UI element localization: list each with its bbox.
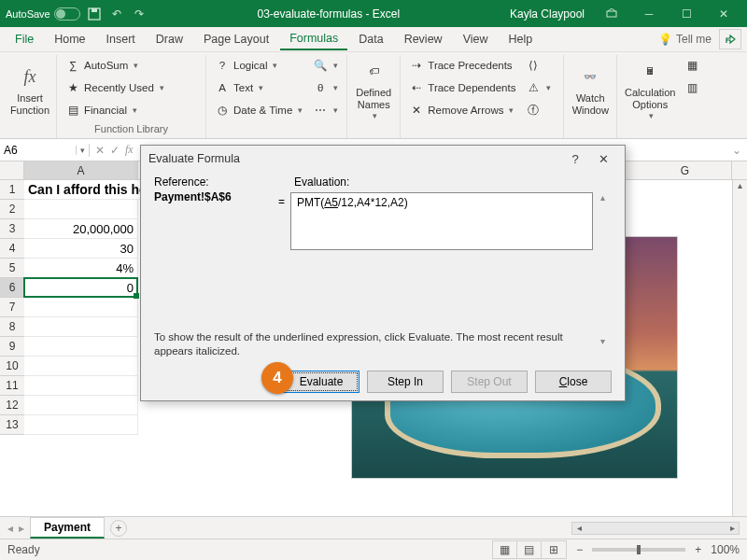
cell-a11[interactable] [24, 376, 138, 396]
tab-view[interactable]: View [454, 29, 498, 49]
row-header-7[interactable]: 7 [0, 298, 24, 317]
remove-arrows-button[interactable]: ✕Remove Arrows▾ [405, 100, 519, 120]
close-icon[interactable]: ✕ [706, 3, 741, 25]
tell-me-search[interactable]: 💡 Tell me [658, 33, 712, 46]
cell-a4[interactable]: 30 [24, 239, 138, 259]
tab-formulas[interactable]: Formulas [280, 28, 347, 50]
sheet-nav-next-icon[interactable]: ▸ [19, 522, 24, 535]
name-box[interactable]: A6 ▾ [0, 144, 90, 157]
row-header-11[interactable]: 11 [0, 376, 24, 396]
chevron-down-icon[interactable]: ▾ [333, 105, 338, 115]
chevron-down-icon[interactable]: ▾ [298, 105, 303, 115]
calc-options-button[interactable]: 🖩 Calculation Options ▾ [622, 55, 678, 123]
chevron-down-icon[interactable]: ▾ [259, 83, 263, 92]
logical-button[interactable]: ?Logical▾ [211, 55, 306, 76]
chevron-down-icon[interactable]: ▾ [134, 61, 138, 70]
cell-a8[interactable] [24, 317, 138, 337]
select-all-corner[interactable] [0, 161, 24, 179]
expand-formula-bar-icon[interactable]: ⌄ [726, 144, 747, 157]
user-name[interactable]: Kayla Claypool [510, 7, 585, 21]
chevron-down-icon[interactable]: ▾ [649, 112, 654, 121]
tab-data[interactable]: Data [349, 29, 392, 49]
vertical-scrollbar[interactable]: ▴ [732, 180, 747, 516]
insert-function-button[interactable]: fx Insert Function [8, 55, 51, 123]
cell-a7[interactable] [24, 298, 138, 317]
page-layout-view-icon[interactable]: ▤ [517, 541, 542, 558]
sheet-tab-payment[interactable]: Payment [30, 517, 105, 539]
cell-a5[interactable]: 4% [24, 259, 138, 278]
chevron-down-icon[interactable]: ▾ [133, 105, 137, 115]
autosum-button[interactable]: ∑AutoSum▾ [62, 55, 168, 76]
row-header-6[interactable]: 6 [0, 278, 24, 298]
scroll-up-icon[interactable]: ▴ [595, 192, 610, 207]
dialog-close-icon[interactable]: ✕ [589, 152, 617, 166]
calc-now-button[interactable]: ▦ [681, 55, 703, 76]
zoom-slider[interactable] [592, 548, 685, 552]
row-header-5[interactable]: 5 [0, 259, 24, 278]
row-header-12[interactable]: 12 [0, 396, 24, 415]
chevron-down-icon[interactable]: ▾ [333, 61, 338, 70]
maximize-icon[interactable]: ☐ [669, 3, 704, 25]
close-button[interactable]: Close [535, 371, 612, 393]
tab-file[interactable]: File [6, 29, 43, 49]
page-break-view-icon[interactable]: ⊞ [542, 541, 566, 558]
trace-dependents-button[interactable]: ⇠Trace Dependents [405, 77, 519, 98]
normal-view-icon[interactable]: ▦ [493, 541, 517, 558]
error-check-button[interactable]: ⚠▾ [522, 77, 555, 98]
row-header-9[interactable]: 9 [0, 337, 24, 357]
chevron-down-icon[interactable]: ▾ [76, 146, 85, 155]
dialog-scrollbar[interactable]: ▴▾ [595, 192, 610, 351]
financial-button[interactable]: ▤Financial▾ [62, 100, 168, 120]
scroll-right-icon[interactable]: ▸ [726, 523, 739, 534]
step-in-button[interactable]: Step In [367, 371, 444, 393]
chevron-down-icon[interactable]: ▾ [509, 105, 514, 115]
redo-icon[interactable]: ↷ [131, 6, 148, 22]
row-header-4[interactable]: 4 [0, 239, 24, 259]
cell-a3[interactable]: 20,000,000 [24, 219, 138, 239]
tab-draw[interactable]: Draw [147, 29, 192, 49]
zoom-out-icon[interactable]: − [576, 543, 583, 556]
defined-names-button[interactable]: 🏷 Defined Names ▾ [352, 55, 395, 123]
chevron-down-icon[interactable]: ▾ [546, 83, 551, 92]
chevron-down-icon[interactable]: ▾ [273, 61, 277, 70]
show-formulas-button[interactable]: ⟨⟩ [522, 55, 555, 76]
chevron-down-icon[interactable]: ▾ [160, 83, 164, 92]
cell-a6[interactable]: 0 [24, 278, 138, 298]
autosave-toggle[interactable]: AutoSave [6, 7, 80, 21]
tab-review[interactable]: Review [395, 29, 452, 49]
recently-used-button[interactable]: ★Recently Used▾ [62, 77, 168, 98]
add-sheet-button[interactable]: + [110, 520, 127, 537]
watch-window-button[interactable]: 👓 Watch Window [569, 55, 612, 123]
toggle-off-icon[interactable] [54, 7, 80, 21]
trace-precedents-button[interactable]: ⇢Trace Precedents [405, 55, 519, 76]
chevron-down-icon[interactable]: ▾ [373, 112, 377, 121]
row-header-1[interactable]: 1 [0, 180, 24, 200]
row-header-10[interactable]: 10 [0, 357, 24, 376]
tab-page-layout[interactable]: Page Layout [194, 29, 278, 49]
cell-a13[interactable] [24, 415, 138, 435]
zoom-level[interactable]: 100% [711, 543, 740, 556]
enter-icon[interactable]: ✓ [110, 144, 120, 157]
row-header-3[interactable]: 3 [0, 219, 24, 239]
chevron-down-icon[interactable]: ▾ [333, 83, 338, 92]
col-header-g[interactable]: G [639, 161, 732, 179]
col-header-a[interactable]: A [24, 161, 138, 179]
tab-home[interactable]: Home [45, 29, 94, 49]
tab-insert[interactable]: Insert [97, 29, 145, 49]
horizontal-scrollbar[interactable]: ◂▸ [571, 522, 740, 535]
cell-a12[interactable] [24, 396, 138, 415]
cell-a9[interactable] [24, 337, 138, 357]
more-functions-button[interactable]: ⋯▾ [309, 100, 342, 120]
scroll-up-icon[interactable]: ▴ [733, 180, 747, 195]
math-button[interactable]: θ▾ [309, 77, 342, 98]
sheet-nav-prev-icon[interactable]: ◂ [7, 522, 13, 535]
tab-help[interactable]: Help [500, 29, 543, 49]
scroll-left-icon[interactable]: ◂ [572, 523, 585, 534]
scroll-down-icon[interactable]: ▾ [595, 336, 610, 351]
zoom-in-icon[interactable]: + [695, 543, 701, 556]
minimize-icon[interactable]: ─ [631, 3, 667, 25]
calc-sheet-button[interactable]: ▥ [681, 77, 703, 98]
cell-a10[interactable] [24, 357, 138, 376]
evaluate-formula-button[interactable]: ⓕ [522, 100, 555, 120]
row-header-8[interactable]: 8 [0, 317, 24, 337]
